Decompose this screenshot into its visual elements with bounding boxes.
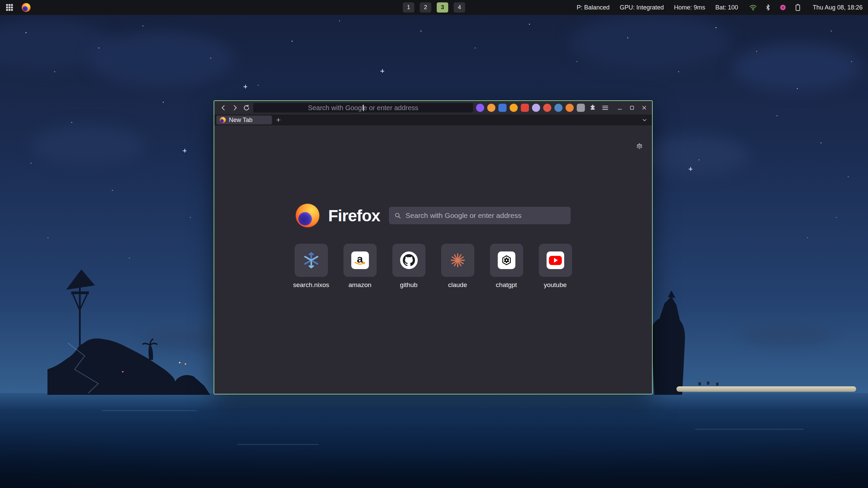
workspace-label: 1 (407, 4, 410, 11)
status-bar: 1 2 3 4 P: Balanced GPU: Integrated Home… (0, 0, 868, 15)
extension-icon[interactable] (554, 104, 563, 112)
shortcut-card[interactable] (539, 244, 572, 277)
indicator-icon[interactable] (778, 3, 788, 12)
beach-hut (698, 382, 701, 385)
firefox-taskbar-icon[interactable] (22, 3, 31, 12)
amazon-smile (354, 261, 366, 266)
shortcut-label: chatgpt (496, 281, 517, 289)
cloud (739, 322, 834, 346)
reload-button[interactable] (241, 103, 252, 113)
tab-label: New Tab (229, 117, 253, 124)
beach (676, 386, 856, 392)
tabs-list-chevron-icon[interactable] (641, 116, 650, 124)
shortcut-label: claude (448, 281, 467, 289)
window-controls (615, 103, 649, 112)
amazon-icon: a (351, 251, 369, 269)
island-silhouette (47, 258, 237, 395)
app-launcher-icon[interactable] (5, 3, 14, 12)
bluetooth-icon[interactable] (763, 3, 773, 12)
cloud (31, 125, 146, 166)
extension-icon[interactable] (476, 104, 484, 112)
shortcut-search-nixos[interactable]: search.nixos (295, 244, 328, 289)
island-light (122, 371, 123, 372)
star (183, 149, 186, 152)
claude-starburst-icon (450, 252, 466, 268)
network-icon[interactable] (748, 3, 758, 12)
maximize-button[interactable] (628, 103, 636, 112)
workspace-4[interactable]: 4 (454, 2, 465, 13)
shortcut-amazon[interactable]: a amazon (343, 244, 377, 289)
star (689, 167, 692, 171)
menu-hamburger-icon[interactable] (600, 103, 610, 113)
close-button[interactable] (640, 103, 649, 112)
tab-new-tab[interactable]: New Tab (216, 116, 272, 124)
extension-toolbar (476, 103, 610, 113)
shortcut-card[interactable] (490, 244, 523, 277)
beach-hut (716, 383, 718, 386)
system-tray (748, 3, 803, 12)
workspace-label: 2 (424, 4, 427, 11)
extension-icon[interactable] (487, 104, 495, 112)
shortcut-label: github (400, 281, 418, 289)
text-caret (363, 105, 364, 111)
youtube-icon (547, 251, 564, 269)
workspace-3-active[interactable]: 3 (437, 2, 448, 13)
wave (237, 444, 319, 445)
workspace-label: 3 (441, 4, 444, 11)
shortcut-github[interactable]: github (392, 244, 426, 289)
newtab-page: Firefox (214, 125, 652, 394)
firefox-hero: Firefox (296, 203, 571, 228)
extension-icon[interactable] (543, 104, 551, 112)
shortcut-chatgpt[interactable]: chatgpt (490, 244, 523, 289)
battery-icon[interactable] (793, 3, 803, 12)
newtab-search-bar[interactable] (389, 207, 571, 224)
firefox-wordmark: Firefox (328, 206, 380, 225)
ping-status: Home: 9ms (674, 4, 705, 11)
cloud (637, 136, 749, 176)
wave (102, 410, 197, 411)
shortcut-card[interactable]: a (343, 244, 377, 277)
extension-icon[interactable] (566, 104, 574, 112)
shortcut-card[interactable] (441, 244, 474, 277)
sea-rock-silhouette (644, 290, 709, 395)
cloud (732, 44, 861, 92)
extension-icon[interactable] (521, 104, 529, 112)
ocean-vignette (0, 393, 868, 488)
tab-strip: New Tab (214, 115, 652, 125)
extensions-puzzle-icon[interactable] (588, 103, 597, 113)
url-bar[interactable] (253, 103, 473, 113)
new-tab-button[interactable] (274, 116, 283, 124)
chatgpt-knot-icon (498, 251, 515, 269)
back-button[interactable] (218, 103, 229, 113)
forward-button[interactable] (229, 103, 241, 113)
shortcut-label: youtube (544, 281, 567, 289)
firefox-logo (296, 204, 319, 227)
shortcut-card[interactable] (392, 244, 426, 277)
workspace-2[interactable]: 2 (420, 2, 431, 13)
workspace-switcher: 1 2 3 4 (403, 0, 465, 15)
workspace-1[interactable]: 1 (403, 2, 414, 13)
extension-icon[interactable] (510, 104, 518, 112)
browser-toolbar (214, 101, 652, 115)
island-light (185, 363, 186, 365)
cloud (570, 14, 732, 71)
newtab-search-input[interactable] (406, 207, 565, 224)
extension-icon[interactable] (577, 104, 585, 112)
shortcut-claude[interactable]: claude (441, 244, 474, 289)
shortcut-label: amazon (349, 281, 372, 289)
newtab-settings-gear-icon[interactable] (635, 142, 644, 151)
workspace-label: 4 (458, 4, 461, 11)
minimize-button[interactable] (615, 103, 624, 112)
star (243, 85, 247, 88)
shortcut-label: search.nixos (293, 281, 329, 289)
firefox-favicon (220, 117, 226, 123)
extension-icon[interactable] (532, 104, 540, 112)
shortcuts-row: search.nixos a amazon (295, 244, 572, 289)
extension-icon[interactable] (498, 104, 507, 112)
star (380, 69, 384, 73)
search-icon (394, 212, 401, 219)
shortcut-youtube[interactable]: youtube (539, 244, 572, 289)
island-light (179, 362, 180, 363)
shortcut-card[interactable] (295, 244, 328, 277)
wave (695, 429, 804, 430)
